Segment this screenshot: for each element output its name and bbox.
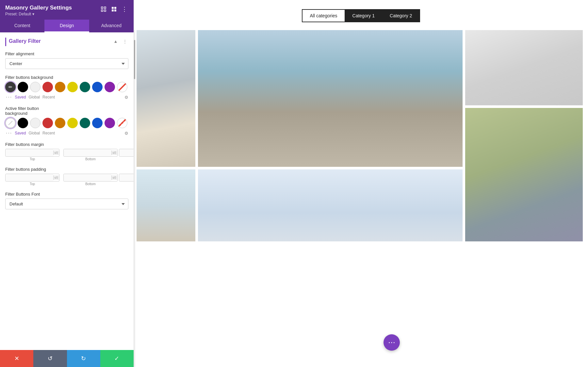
panel-header-left: Masonry Gallery Settings Preset: Default… — [5, 5, 100, 16]
more-icon[interactable]: ⋮ — [121, 5, 128, 13]
section-header: Gallery Filter ▲ ⋮ — [5, 38, 128, 46]
color-swatch-custom[interactable]: ✏ — [5, 82, 16, 92]
active-color-swatch-green[interactable] — [80, 118, 90, 128]
tab-content[interactable]: Content — [0, 20, 44, 32]
scroll-bar[interactable] — [134, 30, 135, 367]
gallery-item-3 — [465, 30, 583, 105]
active-color-swatch-black[interactable] — [18, 118, 28, 128]
active-color-swatch-white[interactable] — [30, 118, 41, 128]
section-header-icons: ▲ ⋮ — [112, 38, 128, 45]
margin-bottom-label: Bottom — [63, 157, 118, 161]
color-swatch-red[interactable] — [42, 82, 53, 92]
color-global-2[interactable]: Global — [28, 131, 40, 135]
active-filter-bg-meta: ··· Saved Global Recent ⚙ — [5, 130, 128, 136]
fullscreen-icon[interactable] — [100, 5, 107, 13]
svg-rect-2 — [101, 10, 103, 11]
active-color-swatch-none[interactable] — [117, 118, 127, 128]
padding-top-link[interactable]: c/⟩ — [53, 175, 59, 180]
padding-top-input[interactable] — [6, 174, 53, 181]
margin-bottom-link[interactable]: c/⟩ — [111, 150, 117, 155]
color-swatch-blue[interactable] — [92, 82, 103, 92]
margin-left-input[interactable] — [119, 149, 134, 156]
fab-button[interactable]: ⋯ — [384, 334, 400, 351]
panel-header: Masonry Gallery Settings Preset: Default… — [0, 0, 134, 20]
color-global-1[interactable]: Global — [28, 95, 40, 99]
filter-alignment-group: Filter alignment Center Left Right — [5, 51, 128, 69]
filter-buttons-font-group: Filter Buttons Font Default Arial Georgi… — [5, 192, 128, 209]
filter-category-1[interactable]: Category 1 — [345, 9, 383, 22]
grid-icon[interactable] — [110, 5, 118, 13]
panel-preset[interactable]: Preset: Default ▾ — [5, 12, 100, 16]
active-color-swatch-blue[interactable] — [92, 118, 103, 128]
color-dots-1[interactable]: ··· — [6, 94, 12, 100]
color-swatch-white[interactable] — [30, 82, 41, 92]
color-swatch-yellow[interactable] — [67, 82, 78, 92]
panel-header-icons: ⋮ — [100, 5, 128, 13]
padding-left-input[interactable] — [119, 174, 134, 181]
active-color-swatch-custom[interactable] — [5, 118, 16, 128]
padding-bottom-input[interactable] — [64, 174, 111, 181]
undo-button[interactable]: ↺ — [33, 350, 67, 367]
padding-bottom-cell: c/⟩ Bottom — [63, 174, 118, 186]
tab-advanced[interactable]: Advanced — [89, 20, 134, 32]
gallery-item-6 — [198, 169, 463, 241]
gallery-item-1 — [137, 30, 195, 167]
svg-line-8 — [8, 121, 12, 125]
redo-button[interactable]: ↻ — [67, 350, 100, 367]
gallery-item-2 — [198, 30, 463, 167]
color-saved-2[interactable]: Saved — [15, 131, 26, 135]
margin-top-label: Top — [5, 157, 59, 161]
margin-top-input[interactable] — [6, 149, 53, 156]
tab-design[interactable]: Design — [44, 20, 89, 32]
padding-bottom-link[interactable]: c/⟩ — [111, 175, 117, 180]
margin-bottom-input[interactable] — [64, 149, 111, 156]
filter-buttons-font-select[interactable]: Default Arial Georgia — [5, 199, 128, 209]
filter-all-categories[interactable]: All categories — [302, 9, 344, 22]
filter-buttons-padding-label: Filter buttons padding — [5, 167, 128, 172]
active-color-swatch-yellow[interactable] — [67, 118, 78, 128]
filter-buttons-padding-group: Filter buttons padding c/⟩ Top c/⟩ Botto… — [5, 167, 128, 186]
svg-rect-4 — [112, 7, 114, 9]
section-menu-icon[interactable]: ⋮ — [121, 38, 128, 45]
margin-inputs: c/⟩ Top c/⟩ Bottom c/⟩ — [5, 149, 128, 161]
collapse-icon[interactable]: ▲ — [112, 38, 119, 45]
gallery-preview: All categories Category 1 Category 2 — [134, 0, 588, 367]
panel-tabs: Content Design Advanced — [0, 20, 134, 32]
active-filter-bg-colors — [5, 118, 128, 128]
color-settings-icon-2[interactable]: ⚙ — [124, 131, 128, 136]
section-title: Gallery Filter — [9, 38, 41, 44]
color-recent-2[interactable]: Recent — [42, 131, 55, 135]
settings-panel: Masonry Gallery Settings Preset: Default… — [0, 0, 134, 367]
color-swatch-green[interactable] — [80, 82, 90, 92]
color-recent-1[interactable]: Recent — [42, 95, 55, 99]
scroll-thumb — [134, 40, 135, 79]
padding-top-cell: c/⟩ Top — [5, 174, 59, 186]
color-swatch-purple[interactable] — [105, 82, 115, 92]
active-color-swatch-red[interactable] — [42, 118, 53, 128]
padding-left-label: Left — [119, 182, 134, 186]
color-swatch-orange[interactable] — [55, 82, 65, 92]
action-bar: ✕ ↺ ↻ ✓ — [0, 350, 134, 367]
filter-alignment-select[interactable]: Center Left Right — [5, 58, 128, 69]
margin-bottom-cell: c/⟩ Bottom — [63, 149, 118, 161]
cancel-button[interactable]: ✕ — [0, 350, 33, 367]
margin-top-cell: c/⟩ Top — [5, 149, 59, 161]
active-color-swatch-purple[interactable] — [105, 118, 115, 128]
save-button[interactable]: ✓ — [100, 350, 134, 367]
fab-icon: ⋯ — [388, 338, 395, 347]
filter-buttons-bg-meta: ··· Saved Global Recent ⚙ — [5, 94, 128, 100]
color-swatch-none[interactable] — [117, 82, 127, 92]
color-swatch-black[interactable] — [18, 82, 28, 92]
filter-bar: All categories Category 1 Category 2 — [134, 0, 588, 30]
svg-rect-0 — [101, 7, 103, 9]
margin-top-link[interactable]: c/⟩ — [53, 150, 59, 155]
color-saved-1[interactable]: Saved — [15, 95, 26, 99]
filter-buttons-margin-group: Filter buttons margin c/⟩ Top c/⟩ Bottom — [5, 142, 128, 161]
svg-rect-7 — [114, 9, 116, 11]
active-color-swatch-orange[interactable] — [55, 118, 65, 128]
filter-category-2[interactable]: Category 2 — [383, 9, 420, 22]
padding-top-label: Top — [5, 182, 59, 186]
color-dots-2[interactable]: ··· — [6, 130, 12, 136]
svg-rect-6 — [112, 9, 114, 11]
color-settings-icon-1[interactable]: ⚙ — [124, 95, 128, 100]
